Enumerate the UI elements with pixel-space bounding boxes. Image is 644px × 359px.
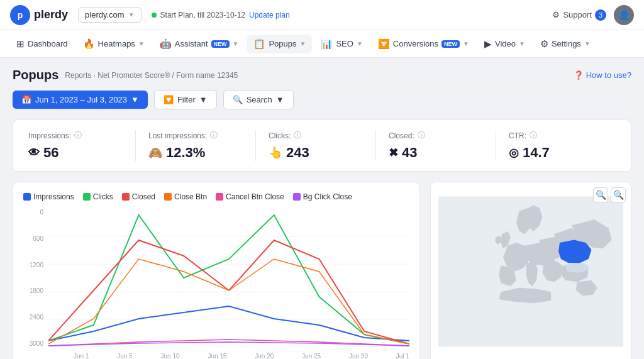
page-title: Popups [13,68,58,82]
x-label-jun20: Jun 20 [255,353,274,359]
plan-status-dot [152,13,157,18]
new-badge-conversions: NEW [441,40,460,48]
support-badge: 3 [595,9,606,21]
nav-label-seo: SEO [336,39,353,48]
stat-ctr: CTR: ⓘ ◎ 14.7 [496,130,616,161]
legend-cancel-btn: Cancel Btn Close [216,192,284,201]
avatar[interactable]: 👤 [614,5,634,25]
search-label: Search [247,95,272,104]
stat-clicks: Clicks: ⓘ 👆 243 [256,130,376,161]
lost-impressions-label: Lost impressions: ⓘ [148,130,243,141]
lost-impressions-number: 12.3% [166,145,205,161]
chevron-down-icon: ▼ [128,11,135,18]
chevron-down-icon: ▼ [131,95,139,104]
x-label-jun30: Jun 30 [349,353,368,359]
sidebar-item-dashboard[interactable]: ⊞ Dashboard [10,35,74,53]
lost-impressions-label-text: Lost impressions: [148,131,207,140]
legend-color-impressions [23,193,31,201]
map-card: 🔍 🔍 [430,182,631,359]
nav-label-dashboard: Dashboard [28,39,68,48]
chevron-down-icon: ▼ [519,40,525,47]
chart-svg-container: Jun 1 Jun 5 Jun 10 Jun 15 Jun 20 Jun 25 … [48,209,409,359]
new-badge-assistant: NEW [211,40,230,48]
sidebar-item-settings[interactable]: ⚙ Settings ▼ [534,35,597,53]
legend-color-bg-click [293,193,301,201]
hidden-icon: 🙈 [148,146,162,160]
support-button[interactable]: ⚙ Support 3 [552,9,606,21]
legend-closed: Closed [122,192,155,201]
chart-wrapper: 3000 2400 1800 1200 600 0 [23,209,409,359]
how-to-use-link[interactable]: ❓ How to use? [574,70,631,80]
filter-label: Filter [177,95,196,104]
y-label-2400: 2400 [23,314,43,321]
x-label-jun25: Jun 25 [302,353,321,359]
y-label-0: 0 [23,209,43,216]
assistant-icon: 🤖 [160,38,172,50]
filter-button[interactable]: 🔽 Filter ▼ [154,90,217,109]
x-label-jun10: Jun 10 [161,353,180,359]
sidebar-item-seo[interactable]: 📊 SEO ▼ [314,35,369,53]
impressions-info-icon[interactable]: ⓘ [74,130,82,141]
site-selector[interactable]: plerdy.com ▼ [78,7,142,23]
clicks-number: 243 [286,145,309,161]
sidebar-item-popups[interactable]: 📋 Popups ▼ [247,35,312,53]
zoom-out-button[interactable]: 🔍 [611,187,626,202]
legend-color-cancel-btn [216,193,223,201]
legend-clicks: Clicks [83,192,113,201]
toolbar: 📅 Jun 1, 2023 – Jul 3, 2023 ▼ 🔽 Filter ▼… [13,90,631,109]
closed-label-text: Closed: [389,131,414,140]
settings-icon: ⚙ [540,38,548,50]
breadcrumb: Reports · Net Promoter Score® / Form nam… [65,71,238,80]
filter-icon: 🔽 [164,95,174,104]
closed-info-icon[interactable]: ⓘ [418,130,425,141]
nav-label-conversions: Conversions [393,39,438,48]
page-header: Popups Reports · Net Promoter Score® / F… [13,68,631,82]
stat-lost-impressions: Lost impressions: ⓘ 🙈 12.3% [136,130,256,161]
date-range-button[interactable]: 📅 Jun 1, 2023 – Jul 3, 2023 ▼ [13,91,148,109]
zoom-in-button[interactable]: 🔍 [593,187,608,202]
zoom-in-icon: 🔍 [596,190,606,200]
sidebar-item-conversions[interactable]: 🔽 Conversions NEW ▼ [372,35,475,53]
clicks-label: Clicks: ⓘ [269,130,363,141]
impressions-label: Impressions: ⓘ [28,130,123,141]
sidebar-item-heatmaps[interactable]: 🔥 Heatmaps ▼ [77,35,151,53]
legend-label-close-btn: Close Btn [174,192,207,201]
stat-impressions: Impressions: ⓘ 👁 56 [28,130,136,161]
legend-label-bg-click: Bg Click Close [303,192,352,201]
chevron-down-icon: ▼ [463,40,469,47]
legend-impressions: Impressions [23,192,74,201]
calendar-icon: 📅 [21,95,31,104]
plan-info: Start Plan, till 2023-10-12 Update plan [152,11,290,19]
legend-label-closed: Closed [132,192,155,201]
lost-impressions-info-icon[interactable]: ⓘ [210,130,218,141]
line-chart [48,209,409,347]
clicks-label-text: Clicks: [269,131,291,140]
europe-map-svg [438,190,623,353]
nav-label-popups: Popups [269,39,296,48]
clicks-info-icon[interactable]: ⓘ [294,130,301,141]
nav-label-heatmaps: Heatmaps [98,39,135,48]
legend-label-cancel-btn: Cancel Btn Close [226,192,284,201]
logo-text: plerdy [34,8,68,21]
clicks-value: 👆 243 [269,145,363,161]
date-range-label: Jun 1, 2023 – Jul 3, 2023 [35,95,127,104]
how-to-use-label: How to use? [586,70,631,80]
lost-impressions-value: 🙈 12.3% [148,145,243,161]
top-bar: p plerdy plerdy.com ▼ Start Plan, till 2… [0,0,644,30]
y-axis: 3000 2400 1800 1200 600 0 [23,209,48,347]
sidebar-item-video[interactable]: ▶ Video ▼ [478,35,531,53]
question-icon: ❓ [574,70,584,80]
nav-label-assistant: Assistant [175,39,208,48]
y-label-600: 600 [23,235,43,242]
chevron-down-icon: ▼ [357,40,363,47]
ctr-info-icon[interactable]: ⓘ [530,130,537,141]
update-plan-link[interactable]: Update plan [249,11,290,19]
support-icon: ⚙ [552,10,560,19]
search-button[interactable]: 🔍 Search ▼ [223,90,294,109]
ctr-label-text: CTR: [509,131,526,140]
legend-label-clicks: Clicks [93,192,113,201]
sidebar-item-assistant[interactable]: 🤖 Assistant NEW ▼ [153,35,245,53]
x-label-jun5: Jun 5 [117,353,132,359]
chart-legend: Impressions Clicks Closed Close Btn Canc… [23,192,409,201]
nav-label-settings: Settings [552,39,581,48]
